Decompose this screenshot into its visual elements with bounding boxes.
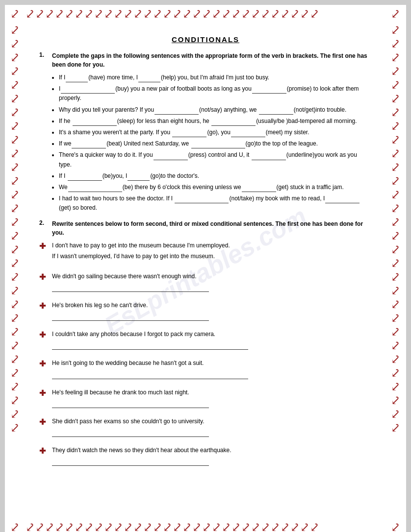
- blank-7-1[interactable]: [154, 153, 188, 160]
- exercise2-item-6: ✚ He's feeling ill because he drank too …: [39, 388, 372, 408]
- answer-line-2[interactable]: [52, 284, 209, 292]
- blank-10-2[interactable]: [325, 196, 360, 203]
- sentence-2: I(buy) you a new pair of football boots …: [59, 84, 372, 103]
- exercise2-sentence-4: I couldn't take any photos because I for…: [52, 330, 372, 339]
- section-2-number: 2.: [39, 219, 48, 226]
- blank-2-1[interactable]: [61, 87, 115, 94]
- exercise2-content-7: She didn't pass her exams so she couldn'…: [52, 417, 372, 437]
- section-2: 2. Rewrite sentences below to form secon…: [39, 219, 372, 466]
- section-1-sentences: If I(have) more time, I(help) you, but I…: [39, 73, 372, 213]
- blank-1-2[interactable]: [138, 75, 160, 82]
- sentence-8: If I (be)you, I(go)to the doctor's.: [59, 171, 372, 181]
- answer-line-3[interactable]: [52, 313, 209, 321]
- section-1-header: 1. Complete the gaps in the following se…: [39, 51, 372, 69]
- arrow-icon-1: ✚: [39, 242, 47, 251]
- exercise2-sentence-8: They didn't watch the news so they didn'…: [52, 446, 372, 455]
- exercise2-content-6: He's feeling ill because he drank too mu…: [52, 388, 372, 408]
- blank-8-1[interactable]: [68, 174, 102, 181]
- arrow-icon-4: ✚: [39, 330, 47, 339]
- exercise2-sentence-6: He's feeling ill because he drank too mu…: [52, 388, 372, 397]
- exercise2-example-1: If I wasn't unemployed, I'd have to pay …: [52, 252, 372, 261]
- sentence-7: There's a quicker way to do it. If you(p…: [59, 150, 372, 169]
- blank-6-2[interactable]: [191, 142, 245, 148]
- exercise2-sentence-2: We didn't go sailing because there wasn'…: [52, 272, 372, 281]
- blank-10-1[interactable]: [175, 196, 229, 203]
- arrow-icon-3: ✚: [39, 301, 47, 311]
- exercise2-content-8: They didn't watch the news so they didn'…: [52, 446, 372, 466]
- corner-swirl-br: ⤦: [391, 521, 401, 532]
- sentence-3: Why did you tell your parents? If you(no…: [59, 105, 372, 115]
- answer-line-7[interactable]: [52, 429, 209, 437]
- corner-bl: ⤦: [5, 518, 26, 532]
- blank-8-2[interactable]: [128, 174, 150, 181]
- section-1: 1. Complete the gaps in the following se…: [39, 51, 372, 213]
- answer-line-6[interactable]: [52, 400, 209, 408]
- exercise2-content-4: I couldn't take any photos because I for…: [52, 330, 372, 350]
- blank-4-2[interactable]: [211, 119, 256, 126]
- exercise2-item-3: ✚ He's broken his leg so he can't drive.: [39, 301, 372, 321]
- blank-3-1[interactable]: [154, 108, 199, 115]
- page-title: CONDITIONALS: [39, 35, 372, 44]
- blank-5-2[interactable]: [231, 130, 265, 137]
- left-border: ⤦ ⤦ ⤦ ⤦ ⤦ ⤦ ⤦ ⤦ ⤦ ⤦ ⤦ ⤦ ⤦ ⤦ ⤦ ⤦ ⤦ ⤦ ⤦ ⤦ …: [5, 24, 26, 518]
- exercise2-item-5: ✚ He isn't going to the wedding because …: [39, 359, 372, 379]
- bottom-border: ⤦ ⤦ ⤦ ⤦ ⤦ ⤦ ⤦ ⤦ ⤦ ⤦ ⤦ ⤦ ⤦ ⤦ ⤦ ⤦ ⤦ ⤦ ⤦ ⤦ …: [26, 518, 385, 532]
- arrow-icon-8: ✚: [39, 446, 47, 456]
- corner-swirl-bl: ⤦: [10, 521, 20, 532]
- sentence-10: I had to wait two hours to see the docto…: [59, 194, 372, 213]
- section-1-number: 1.: [39, 51, 48, 58]
- blank-4-1[interactable]: [73, 119, 117, 126]
- exercise2-sentence-5: He isn't going to the wedding because he…: [52, 359, 372, 368]
- top-border: ⤦ ⤦ ⤦ ⤦ ⤦ ⤦ ⤦ ⤦ ⤦ ⤦ ⤦ ⤦ ⤦ ⤦ ⤦ ⤦ ⤦ ⤦ ⤦ ⤦ …: [26, 5, 385, 24]
- exercise2-content-5: He isn't going to the wedding because he…: [52, 359, 372, 379]
- corner-tl: ⤦: [5, 5, 26, 24]
- exercise2-content-1: I don't have to pay to get into the muse…: [52, 241, 372, 263]
- exercise2-item-2: ✚ We didn't go sailing because there was…: [39, 272, 372, 292]
- arrow-icon-7: ✚: [39, 417, 47, 427]
- exercise2-sentence-1: I don't have to pay to get into the muse…: [52, 241, 372, 250]
- right-border: ⤦ ⤦ ⤦ ⤦ ⤦ ⤦ ⤦ ⤦ ⤦ ⤦ ⤦ ⤦ ⤦ ⤦ ⤦ ⤦ ⤦ ⤦ ⤦ ⤦ …: [385, 24, 406, 518]
- section-1-instruction: Complete the gaps in the following sente…: [52, 51, 372, 69]
- blank-2-2[interactable]: [252, 87, 286, 94]
- blank-6-1[interactable]: [72, 142, 106, 148]
- exercise2-sentence-3: He's broken his leg so he can't drive.: [52, 301, 372, 310]
- exercise2-content-2: We didn't go sailing because there wasn'…: [52, 272, 372, 292]
- main-content: CONDITIONALS 1. Complete the gaps in the…: [34, 30, 377, 480]
- exercise2-item-1: ✚ I don't have to pay to get into the mu…: [39, 241, 372, 263]
- sentence-9: We(be) there by 6 o'clock this evening u…: [59, 183, 372, 192]
- corner-swirl-tr: ⤦: [391, 7, 401, 21]
- worksheet-page: ⤦ ⤦ ⤦ ⤦ ⤦ ⤦ ⤦ ⤦ ⤦ ⤦ ⤦ ⤦ ⤦ ⤦ ⤦ ⤦ ⤦ ⤦ ⤦ ⤦ …: [5, 5, 406, 532]
- sentence-4: If he (sleep) for less than eight hours,…: [59, 117, 372, 126]
- blank-7-2[interactable]: [252, 153, 286, 160]
- arrow-icon-6: ✚: [39, 388, 47, 398]
- section-2-instruction: Rewrite sentences below to form second, …: [52, 219, 372, 237]
- exercise2-item-4: ✚ I couldn't take any photos because I f…: [39, 330, 372, 350]
- corner-br: ⤦: [385, 518, 406, 532]
- blank-1-1[interactable]: [66, 75, 88, 82]
- exercise2-content-3: He's broken his leg so he can't drive.: [52, 301, 372, 321]
- blank-9-1[interactable]: [68, 185, 122, 192]
- sentence-1: If I(have) more time, I(help) you, but I…: [59, 73, 372, 82]
- answer-line-4[interactable]: [52, 342, 248, 350]
- corner-swirl-tl: ⤦: [10, 7, 20, 21]
- exercise2-item-7: ✚ She didn't pass her exams so she could…: [39, 417, 372, 437]
- answer-line-5[interactable]: [52, 371, 248, 379]
- answer-line-8[interactable]: [52, 458, 209, 466]
- arrow-icon-2: ✚: [39, 272, 47, 282]
- section-2-header: 2. Rewrite sentences below to form secon…: [39, 219, 372, 237]
- corner-tr: ⤦: [385, 5, 406, 24]
- exercise2-sentence-7: She didn't pass her exams so she couldn'…: [52, 417, 372, 426]
- blank-9-2[interactable]: [242, 185, 276, 192]
- exercise2-item-8: ✚ They didn't watch the news so they did…: [39, 446, 372, 466]
- arrow-icon-5: ✚: [39, 359, 47, 368]
- blank-5-1[interactable]: [172, 130, 206, 137]
- sentence-5: It's a shame you weren't at the party. I…: [59, 128, 372, 137]
- sentence-6: If we(beat) United next Saturday, we (go…: [59, 139, 372, 148]
- blank-3-2[interactable]: [259, 108, 293, 115]
